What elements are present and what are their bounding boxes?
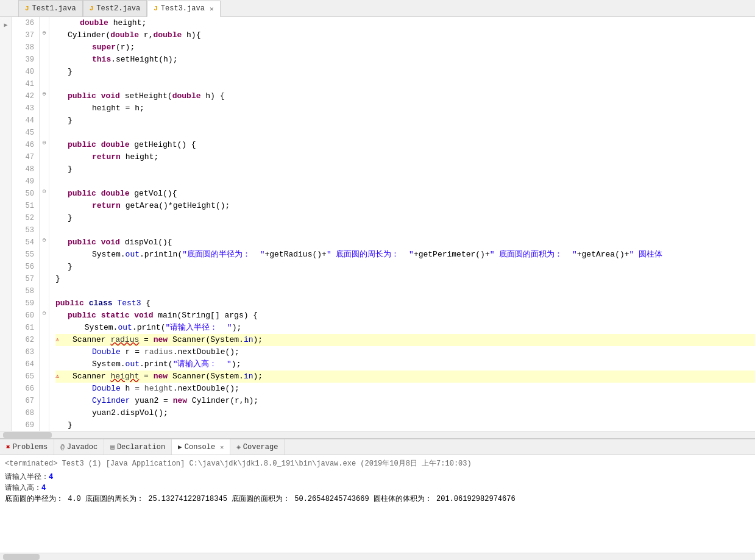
ln-42: 42: [17, 90, 34, 102]
fold-42[interactable]: ⊖: [40, 90, 49, 102]
code-line-42: public void setHeight(double h) {: [55, 90, 755, 102]
tab-declaration[interactable]: ▤ Declaration: [104, 439, 172, 455]
input-radius-value: 4: [49, 473, 53, 481]
code-line-66: Double h = height.nextDouble();: [55, 383, 755, 395]
tab-console[interactable]: ▶ Console ✕: [172, 439, 230, 455]
ln-69: 69: [17, 419, 34, 431]
java-icon-2: J: [90, 5, 94, 12]
code-line-59: public class Test3 {: [55, 297, 755, 310]
java-icon-1: J: [25, 5, 29, 12]
code-line-40: }: [55, 66, 755, 78]
tab-problems[interactable]: ✖ Problems: [0, 439, 54, 455]
input-height-prefix: 请输入高：: [5, 484, 41, 492]
console-header-line: <terminated> Test3 (1) [Java Application…: [5, 458, 750, 469]
code-line-67: Cylinder yuan2 = new Cylinder(r,h);: [55, 395, 755, 407]
ln-62: 62: [17, 334, 34, 346]
code-line-65: ⚠ Scanner height = new Scanner(System.in…: [55, 370, 755, 383]
ln-41: 41: [17, 78, 34, 90]
ln-36: 36: [17, 17, 34, 29]
console-icon: ▶: [178, 443, 182, 451]
fold-46[interactable]: ⊖: [40, 139, 49, 151]
code-line-37: Cylinder(double r,double h){: [55, 29, 755, 41]
sidebar-marker: ▶: [4, 21, 7, 29]
code-line-38: super(r);: [55, 41, 755, 54]
ln-51: 51: [17, 200, 34, 212]
code-line-64: System.out.print("请输入高： ");: [55, 358, 755, 370]
tab-label-2: Test2.java: [96, 4, 140, 13]
ln-37: 37: [17, 29, 34, 41]
ln-50: 50: [17, 188, 34, 200]
editor-main: ▶ 36 37 38 39 40 41 42 43 44 45 46 47 48…: [0, 17, 755, 431]
tab-javadoc-label: Javadoc: [67, 443, 97, 452]
console-hscroll[interactable]: [0, 553, 755, 560]
ln-44: 44: [17, 115, 34, 127]
problems-icon: ✖: [6, 443, 10, 451]
left-sidebar: ▶: [0, 17, 12, 431]
ln-67: 67: [17, 395, 34, 407]
ln-46: 46: [17, 139, 34, 151]
code-line-54: public void dispVol(){: [55, 236, 755, 249]
code-line-52: }: [55, 212, 755, 224]
ln-43: 43: [17, 102, 34, 115]
code-line-43: height = h;: [55, 102, 755, 115]
declaration-icon: ▤: [110, 443, 115, 451]
tab-javadoc[interactable]: @ Javadoc: [54, 439, 104, 455]
hscroll-thumb[interactable]: [3, 432, 52, 438]
code-line-51: return getArea()*getHeight();: [55, 200, 755, 212]
ln-52: 52: [17, 212, 34, 224]
ln-63: 63: [17, 346, 34, 358]
close-icon-console[interactable]: ✕: [220, 444, 224, 451]
ln-39: 39: [17, 54, 34, 66]
bottom-panel: ✖ Problems @ Javadoc ▤ Declaration ▶ Con…: [0, 438, 755, 560]
error-icon-62: ⚠: [55, 334, 59, 346]
code-line-56: }: [55, 261, 755, 273]
code-line-47: return height;: [55, 151, 755, 163]
code-line-41: [55, 78, 755, 90]
ln-55: 55: [17, 249, 34, 261]
tab-coverage-label: Coverage: [243, 443, 278, 452]
code-line-61: System.out.print("请输入半径： ");: [55, 322, 755, 334]
tab-test3[interactable]: J Test3.java ✕: [147, 1, 220, 17]
close-icon-tab3[interactable]: ✕: [210, 5, 214, 13]
code-line-50: public double getVol(){: [55, 188, 755, 200]
code-line-57: }: [55, 273, 755, 285]
ln-38: 38: [17, 41, 34, 54]
code-line-69: }: [55, 419, 755, 431]
ln-47: 47: [17, 151, 34, 163]
ln-40: 40: [17, 66, 34, 78]
tab-test1[interactable]: J Test1.java: [18, 0, 83, 16]
tab-test2[interactable]: J Test2.java: [83, 0, 147, 16]
ln-66: 66: [17, 383, 34, 395]
error-icon-65: ⚠: [55, 370, 59, 383]
code-line-58: [55, 285, 755, 297]
code-line-44: }: [55, 115, 755, 127]
console-output[interactable]: <terminated> Test3 (1) [Java Application…: [0, 455, 755, 553]
fold-54[interactable]: ⊖: [40, 236, 49, 249]
tab-bar: J Test1.java J Test2.java J Test3.java ✕: [0, 0, 755, 17]
code-line-45: [55, 127, 755, 139]
code-line-60: public static void main(String[] args) {: [55, 310, 755, 322]
java-icon-3: J: [154, 5, 158, 12]
ln-68: 68: [17, 407, 34, 419]
ln-56: 56: [17, 261, 34, 273]
coverage-icon: ◈: [236, 443, 241, 451]
ln-53: 53: [17, 224, 34, 236]
fold-37[interactable]: ⊖: [40, 29, 49, 41]
tab-coverage[interactable]: ◈ Coverage: [230, 439, 285, 455]
fold-50[interactable]: ⊖: [40, 188, 49, 200]
console-input-radius: 请输入半径：4: [5, 472, 750, 483]
code-hscroll[interactable]: [0, 431, 755, 438]
input-radius-prefix: 请输入半径：: [5, 473, 49, 481]
console-hscroll-thumb[interactable]: [3, 554, 40, 560]
ln-49: 49: [17, 175, 34, 188]
fold-60[interactable]: ⊖: [40, 310, 49, 322]
code-area[interactable]: double height; Cylinder(double r,double …: [49, 17, 755, 431]
code-line-53: [55, 224, 755, 236]
tab-label-1: Test1.java: [32, 4, 76, 13]
javadoc-icon: @: [60, 444, 65, 451]
code-line-62: ⚠ Scanner radius = new Scanner(System.in…: [55, 334, 755, 346]
ln-54: 54: [17, 236, 34, 249]
bottom-tab-bar: ✖ Problems @ Javadoc ▤ Declaration ▶ Con…: [0, 439, 755, 455]
ln-48: 48: [17, 163, 34, 175]
code-line-55: System.out.println("底面圆的半径为： "+getRadius…: [55, 249, 755, 261]
